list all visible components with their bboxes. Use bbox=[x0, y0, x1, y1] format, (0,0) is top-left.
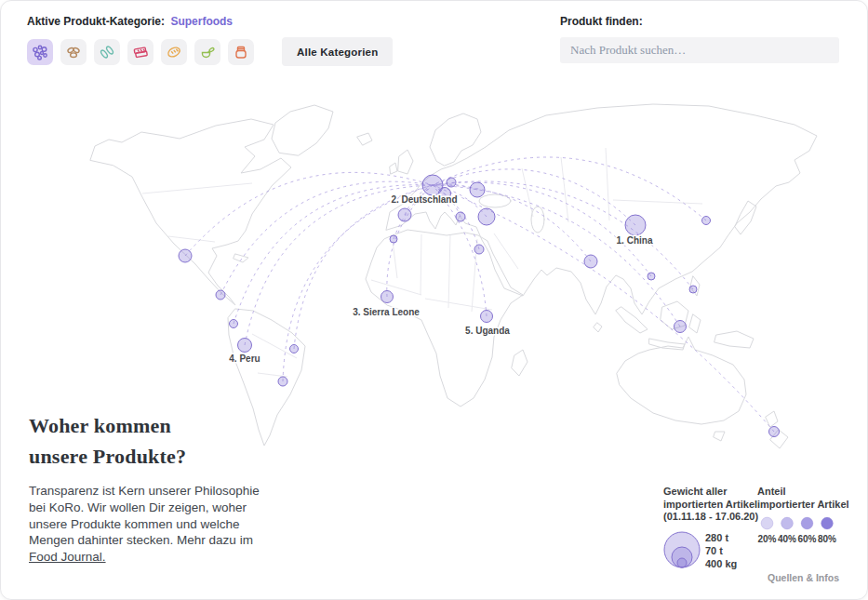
category-filter-row: Alle Kategorien bbox=[27, 37, 393, 66]
jar-icon bbox=[232, 43, 250, 61]
share-legend-circle bbox=[761, 517, 773, 529]
map-bubble[interactable] bbox=[470, 182, 485, 197]
page-title: Woher kommenunsere Produkte? bbox=[29, 410, 261, 472]
map-label: 1. China bbox=[617, 235, 653, 246]
page-title-line1: Woher kommen bbox=[29, 414, 171, 437]
continent-outlines bbox=[90, 104, 817, 448]
share-legend-circle bbox=[781, 517, 794, 529]
map-bubble[interactable] bbox=[230, 320, 238, 328]
intro-body-text: Transparenz ist Kern unserer Philosophie… bbox=[29, 484, 260, 547]
weight-legend-circles bbox=[659, 527, 705, 569]
map-bubble[interactable] bbox=[278, 377, 287, 386]
active-category-value: Superfoods bbox=[170, 15, 233, 28]
map-bubble[interactable] bbox=[584, 255, 597, 268]
map-bubble[interactable] bbox=[648, 273, 655, 280]
map-bubble[interactable] bbox=[625, 215, 646, 235]
category-button-bread[interactable] bbox=[161, 39, 187, 65]
country-labels: 1. China2. Deutschland3. Sierra Leone4. … bbox=[229, 194, 653, 364]
map-bubble[interactable] bbox=[216, 290, 225, 300]
map-bubble[interactable] bbox=[481, 311, 493, 323]
weight-legend-date-range: (01.11.18 - 17.06.20) bbox=[663, 511, 766, 524]
all-categories-button[interactable]: Alle Kategorien bbox=[282, 37, 393, 66]
page-title-line2: unsere Produkte? bbox=[29, 445, 186, 468]
intro-block: Woher kommenunsere Produkte? Transparenz… bbox=[29, 410, 261, 566]
weight-legend-value: 70 t bbox=[705, 544, 737, 557]
share-legend-title-line1: Anteil bbox=[757, 486, 850, 499]
nuts-icon bbox=[64, 43, 83, 61]
map-bubble[interactable] bbox=[381, 291, 394, 303]
map-bubble[interactable] bbox=[238, 339, 252, 353]
share-legend-circles: 20%40%60%80% bbox=[754, 515, 843, 547]
route-arc bbox=[294, 185, 433, 349]
map-bubble[interactable] bbox=[769, 427, 780, 437]
map-bubble[interactable] bbox=[474, 245, 484, 254]
category-button-fresh-snack[interactable] bbox=[194, 39, 220, 65]
share-legend-title-line2: importierter Artikel bbox=[757, 499, 850, 512]
weight-legend-value: 400 kg bbox=[705, 557, 737, 570]
dried-fruit-icon bbox=[98, 43, 116, 61]
search-input[interactable] bbox=[560, 37, 839, 63]
share-legend-title: Anteil importierter Artikel bbox=[757, 486, 850, 511]
weight-legend-value: 280 t bbox=[705, 531, 737, 544]
category-button-dried-fruit[interactable] bbox=[94, 39, 120, 65]
map-bubble[interactable] bbox=[390, 235, 397, 243]
map-label: 2. Deutschland bbox=[391, 194, 457, 205]
active-category-line: Aktive Produkt-Kategorie: Superfoods bbox=[27, 15, 233, 28]
map-label: 5. Uganda bbox=[465, 326, 510, 336]
map-bubble[interactable] bbox=[447, 178, 456, 187]
weight-legend-values: 280 t70 t400 kg bbox=[705, 531, 737, 571]
bars-icon bbox=[131, 43, 150, 61]
map-bubble[interactable] bbox=[674, 321, 687, 333]
share-legend-value: 80% bbox=[818, 534, 836, 544]
share-legend-circle bbox=[821, 517, 834, 529]
food-journal-link[interactable]: Food Journal. bbox=[29, 550, 106, 564]
map-bubble[interactable] bbox=[478, 208, 495, 225]
map-bubble[interactable] bbox=[179, 249, 192, 262]
route-arc bbox=[433, 181, 693, 289]
bread-icon bbox=[165, 43, 183, 61]
weight-legend-title-line2: importierten Artikel bbox=[663, 499, 766, 512]
fresh-snack-icon bbox=[198, 43, 217, 61]
share-legend-value: 20% bbox=[757, 534, 776, 544]
map-bubble[interactable] bbox=[290, 345, 299, 353]
route-arc bbox=[234, 185, 433, 324]
weight-legend-circle bbox=[677, 558, 687, 567]
route-arc bbox=[185, 172, 433, 256]
active-category-label: Aktive Produkt-Kategorie: bbox=[27, 15, 165, 28]
page-card: 1. China2. Deutschland3. Sierra Leone4. … bbox=[0, 0, 868, 600]
map-label: 3. Sierra Leone bbox=[353, 307, 420, 317]
route-arcs bbox=[185, 157, 774, 432]
route-arc bbox=[433, 185, 680, 327]
import-bubbles bbox=[179, 175, 780, 437]
map-bubble[interactable] bbox=[398, 208, 411, 221]
superfoods-icon bbox=[31, 43, 49, 61]
share-legend-circle bbox=[801, 517, 813, 529]
share-legend-value: 40% bbox=[778, 534, 796, 544]
category-button-jar[interactable] bbox=[228, 39, 254, 65]
map-bubble[interactable] bbox=[456, 212, 465, 221]
map-bubble[interactable] bbox=[689, 286, 697, 293]
intro-paragraph: Transparenz ist Kern unserer Philosophie… bbox=[29, 483, 261, 566]
share-legend-value: 60% bbox=[797, 534, 816, 544]
category-button-bars[interactable] bbox=[127, 39, 154, 65]
sources-link[interactable]: Quellen & Infos bbox=[768, 572, 839, 583]
category-button-nuts[interactable] bbox=[60, 39, 87, 65]
weight-legend-title: Gewicht aller importierten Artikel (01.1… bbox=[663, 486, 766, 524]
search-label: Produkt finden: bbox=[560, 15, 643, 28]
weight-legend-title-line1: Gewicht aller bbox=[663, 486, 766, 499]
map-label: 4. Peru bbox=[229, 353, 260, 364]
map-bubble[interactable] bbox=[702, 217, 711, 225]
category-button-superfoods[interactable] bbox=[27, 39, 53, 65]
